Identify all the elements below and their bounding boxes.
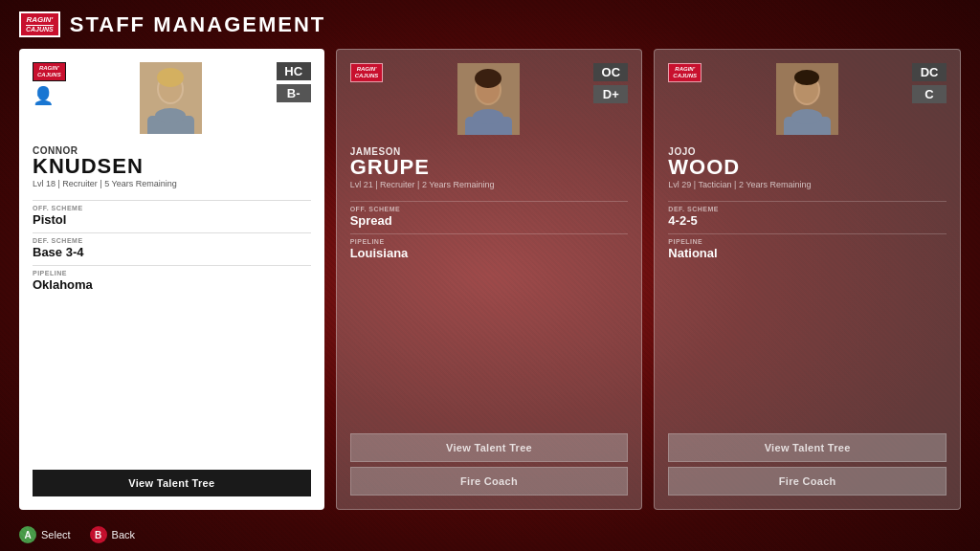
dc-grade-badge: C [912,85,947,103]
hc-coach-photo [140,62,202,134]
hc-level: Lvl 18 | Recruiter | 5 Years Remaining [33,179,311,188]
oc-level: Lvl 21 | Recruiter | 2 Years Remaining [350,180,629,189]
oc-stats: OFF. SCHEME Spread PIPELINE Louisiana [350,197,629,426]
card-dc-logo: RAGIN' CAJUNS [668,63,702,81]
card-oc-badges: OC D+ [593,63,628,103]
svg-point-11 [473,109,503,124]
card-hc-logo: RAGIN' CAJUNS [33,62,66,80]
dc-role-badge: DC [912,63,947,81]
oc-view-talent-tree-button[interactable]: View Talent Tree [350,433,629,462]
svg-point-15 [794,70,819,85]
hc-def-scheme-label: DEF. SCHEME [33,237,311,244]
oc-photo-area [457,63,520,135]
oc-buttons: View Talent Tree Fire Coach [350,433,629,496]
oc-grade-badge: D+ [593,85,628,103]
card-oc-logo-area: RAGIN' CAJUNS [350,63,384,81]
oc-coach-photo [457,63,520,135]
cards-container: RAGIN' CAJUNS 👤 [19,49,961,510]
card-oc: RAGIN' CAJUNS [336,49,643,510]
card-hc-top: RAGIN' CAJUNS 👤 [33,62,311,134]
svg-point-3 [157,68,184,87]
dc-divider-0 [668,201,947,202]
hc-divider-2 [33,265,311,266]
oc-fire-coach-button[interactable]: Fire Coach [350,467,629,496]
dc-coach-photo [776,63,838,135]
dc-last-name: WOOD [668,157,947,178]
oc-divider-0 [350,201,629,202]
dc-photo-area [776,63,838,135]
dc-pipeline-label: PIPELINE [668,238,947,245]
card-dc: RAGIN' CAJUNS [654,49,961,510]
hc-stat-def-scheme: DEF. SCHEME Base 3-4 [33,237,311,259]
card-oc-top: RAGIN' CAJUNS [350,63,629,135]
header-logo-text: RAGIN' CAJUNS [26,16,54,33]
card-dc-top: RAGIN' CAJUNS [668,63,947,135]
hc-buttons: View Talent Tree [33,470,311,496]
card-hc: RAGIN' CAJUNS 👤 [19,49,324,510]
hc-def-scheme-value: Base 3-4 [33,245,311,259]
oc-pipeline-value: Louisiana [350,246,629,260]
dc-fire-coach-button[interactable]: Fire Coach [668,467,947,496]
oc-divider-1 [350,233,629,234]
svg-point-17 [791,109,822,124]
card-hc-logo-area: RAGIN' CAJUNS 👤 [33,62,66,105]
hc-stat-off-scheme: OFF. SCHEME Pistol [33,205,311,227]
dc-stat-def-scheme: DEF. SCHEME 4-2-5 [668,206,947,228]
oc-off-scheme-value: Spread [350,213,629,228]
svg-point-9 [475,69,501,88]
dc-def-scheme-value: 4-2-5 [668,213,947,228]
card-dc-logo-area: RAGIN' CAJUNS [668,63,702,81]
oc-coach-info: JAMESON GRUPE Lvl 21 | Recruiter | 2 Yea… [350,146,629,189]
main-content: RAGIN' CAJUNS STAFF MANAGEMENT RAGIN' CA… [0,0,980,551]
page-title: STAFF MANAGEMENT [70,12,325,37]
hc-person-icon: 👤 [33,85,54,106]
hc-pipeline-label: PIPELINE [33,270,311,276]
hc-grade-badge: B- [277,84,311,102]
dc-coach-info: JOJO WOOD Lvl 29 | Tactician | 2 Years R… [668,146,947,189]
dc-stat-pipeline: PIPELINE National [668,238,947,260]
hc-pipeline-value: Oklahoma [33,277,311,292]
dc-level: Lvl 29 | Tactician | 2 Years Remaining [668,180,947,189]
dc-divider-1 [668,233,947,234]
card-hc-badges: HC B- [277,62,311,102]
card-dc-badges: DC C [912,63,947,103]
hc-stats: OFF. SCHEME Pistol DEF. SCHEME Base 3-4 … [33,196,311,462]
oc-pipeline-label: PIPELINE [350,238,629,245]
card-dc-logo-text: RAGIN' CAJUNS [673,66,697,78]
card-oc-logo-text: RAGIN' CAJUNS [355,66,379,78]
svg-point-5 [155,108,186,123]
oc-role-badge: OC [593,63,628,81]
dc-view-talent-tree-button[interactable]: View Talent Tree [668,433,947,462]
dc-pipeline-value: National [668,246,947,260]
hc-role-badge: HC [277,62,311,80]
card-hc-logo-text: RAGIN' CAJUNS [37,65,61,77]
header-logo: RAGIN' CAJUNS [19,11,60,37]
dc-buttons: View Talent Tree Fire Coach [668,433,947,496]
oc-stat-pipeline: PIPELINE Louisiana [350,238,629,260]
header: RAGIN' CAJUNS STAFF MANAGEMENT [19,11,961,37]
hc-coach-info: CONNOR KNUDSEN Lvl 18 | Recruiter | 5 Ye… [33,145,311,188]
oc-off-scheme-label: OFF. SCHEME [350,206,629,212]
hc-view-talent-tree-button[interactable]: View Talent Tree [33,470,311,496]
hc-off-scheme-label: OFF. SCHEME [33,205,311,211]
hc-off-scheme-value: Pistol [33,212,311,227]
hc-stat-pipeline: PIPELINE Oklahoma [33,270,311,292]
hc-photo-area [140,62,202,134]
hc-divider-0 [33,200,311,201]
dc-stats: DEF. SCHEME 4-2-5 PIPELINE National [668,197,947,426]
card-oc-logo: RAGIN' CAJUNS [350,63,384,81]
oc-stat-off-scheme: OFF. SCHEME Spread [350,206,629,228]
dc-def-scheme-label: DEF. SCHEME [668,206,947,212]
oc-last-name: GRUPE [350,157,629,178]
hc-last-name: KNUDSEN [33,156,311,177]
hc-divider-1 [33,232,311,233]
